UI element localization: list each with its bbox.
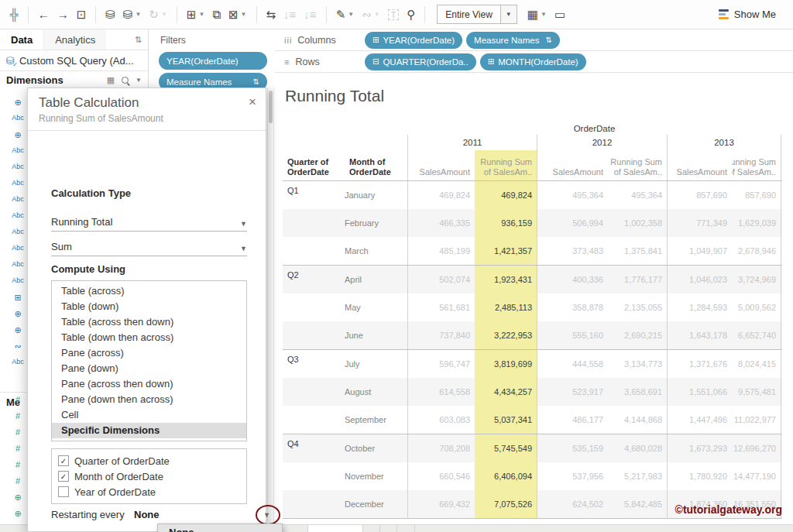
table-row[interactable]: March485,1991,421,357373,4831,375,8411,0… [283, 237, 782, 265]
highlight-icon[interactable]: ✎▼ [336, 8, 355, 22]
abc-icon[interactable]: Abc [8, 228, 28, 235]
abc-icon[interactable]: Abc [8, 146, 28, 154]
pane-sort-icon[interactable]: ⇅ [135, 35, 142, 45]
pane-scrollbar[interactable] [267, 88, 274, 521]
table-row[interactable]: February466,335936,159506,9941,002,35877… [283, 209, 782, 237]
sort-icon[interactable]: ⇅ [539, 36, 551, 44]
search-icon[interactable] [122, 77, 129, 84]
checkbox-checked[interactable]: ✓ [58, 471, 69, 482]
fit-selector[interactable]: Entire View ▼ [437, 5, 517, 24]
swap-rows-columns-icon[interactable]: ⇆ [266, 8, 276, 22]
table-row[interactable]: Q1January469,824469,824495,364495,364857… [283, 181, 782, 209]
sort-icon[interactable]: ⇅ [247, 77, 259, 86]
hash-icon[interactable]: # [8, 411, 28, 420]
compute-option[interactable]: Specific Dimensions [52, 423, 246, 438]
compute-option[interactable]: Table (down then across) [52, 330, 246, 345]
new-worksheet-icon[interactable]: ⊞▼ [187, 8, 205, 22]
close-icon[interactable]: × [249, 94, 256, 110]
columns-pill[interactable]: Measure Names⇅ [466, 32, 560, 49]
hash-icon[interactable]: # [8, 395, 28, 404]
chevron-down-icon[interactable]: ▼ [198, 11, 204, 18]
rows-pill[interactable]: ⊟QUARTER(OrderDa.. [365, 53, 476, 70]
scrollbar-thumb[interactable] [269, 91, 273, 123]
menu-item[interactable]: None [158, 524, 282, 532]
datasource-item[interactable]: ⛁✓ Custom SQL Query (Ad... [0, 50, 148, 70]
save-icon[interactable]: ⊡ [77, 8, 87, 22]
calculation-type-select[interactable]: Running Total ▼ [51, 209, 247, 232]
compute-option[interactable]: Pane (down) [52, 361, 246, 376]
table-row[interactable]: Q3July596,7473,819,699444,5583,134,7731,… [283, 350, 782, 378]
abc-icon[interactable]: Abc [8, 163, 28, 170]
globe-icon[interactable]: ⊕ [8, 509, 28, 519]
table-row[interactable]: August614,5584,434,257523,9173,658,6911,… [283, 378, 782, 406]
dimension-checkbox-group[interactable]: ✓Quarter of OrderDate✓Month of OrderDate… [51, 448, 247, 504]
collapse-minus-icon[interactable]: ⊟ [372, 57, 379, 66]
view-grid-icon[interactable]: ▦ [107, 75, 115, 85]
rows-pill[interactable]: ⊞MONTH(OrderDate) [480, 53, 586, 70]
hash-icon[interactable]: # [8, 427, 28, 437]
duplicate-sheet-icon[interactable]: ⧉ [212, 8, 221, 22]
chevron-down-icon[interactable]: ▼ [348, 11, 354, 18]
abc-icon[interactable]: Abc [8, 114, 28, 122]
group-icon[interactable]: ∾ [8, 342, 28, 352]
chevron-down-icon[interactable]: ▼ [541, 11, 547, 18]
abc-icon[interactable]: Abc [8, 179, 28, 187]
redo-icon[interactable]: → [57, 8, 69, 21]
compute-option[interactable]: Pane (across then down) [52, 376, 246, 392]
table-row[interactable]: September603,0835,037,341486,1774,144,86… [283, 406, 782, 434]
compute-option[interactable]: Pane (down then across) [52, 392, 246, 407]
presentation-mode-icon[interactable]: ▭ [554, 8, 565, 22]
globe-icon[interactable]: ⊕ [8, 98, 28, 108]
compute-option[interactable]: Table (across) [52, 283, 246, 299]
abc-icon[interactable]: Abc [8, 260, 28, 268]
chevron-down-icon[interactable]: ▼ [136, 77, 142, 84]
globe-icon[interactable]: ⊕ [8, 493, 28, 503]
abc-icon[interactable]: Abc [8, 244, 28, 252]
abc-icon[interactable]: Abc [8, 211, 28, 219]
restarting-every-menu[interactable]: NoneQuarter of OrderDate [157, 523, 283, 532]
expand-plus-icon[interactable]: ⊞ [488, 57, 494, 66]
columns-shelf[interactable]: iii Columns ⊞YEAR(OrderDate)Measure Name… [275, 29, 793, 51]
table-row[interactable]: Q2April502,0741,923,431400,3361,776,1771… [283, 266, 782, 293]
tableau-logo-icon[interactable]: ╬ [10, 8, 19, 21]
chevron-down-icon[interactable]: ▼ [241, 11, 247, 18]
fit-selector-value[interactable]: Entire View [438, 9, 499, 20]
columns-pill[interactable]: ⊞YEAR(OrderDate) [365, 32, 462, 49]
filter-pill[interactable]: YEAR(OrderDate) [159, 52, 267, 70]
checkbox-checked[interactable]: ✓ [58, 455, 69, 466]
table-row[interactable]: June737,8403,222,953555,1602,690,2151,64… [283, 321, 782, 349]
aggregation-select[interactable]: Sum ▼ [51, 234, 247, 256]
undo-icon[interactable]: ← [38, 8, 50, 21]
chevron-down-icon[interactable]: ▼ [500, 5, 517, 23]
compute-option[interactable]: Pane (across) [52, 345, 246, 361]
table-row[interactable]: Q4October708,2085,745,549535,1594,680,02… [283, 434, 782, 462]
tab-data[interactable]: Data [0, 34, 43, 46]
restarting-every-value[interactable]: None [134, 509, 160, 520]
compute-option[interactable]: Cell [52, 407, 246, 423]
active-sheet-tab[interactable] [307, 525, 363, 532]
dimension-checkbox-row[interactable]: ✓Month of OrderDate [52, 469, 246, 484]
compute-option[interactable]: Table (down) [52, 299, 246, 314]
tab-analytics[interactable]: Analytics [43, 29, 106, 50]
pause-updates-icon[interactable]: ⛁▼ [123, 8, 142, 22]
abc-icon[interactable]: Abc [8, 276, 28, 284]
clear-sheet-icon[interactable]: ⊠▼ [228, 8, 247, 22]
abc-icon[interactable]: Abc [8, 195, 28, 203]
expand-plus-icon[interactable]: ⊞ [372, 36, 379, 44]
dimension-checkbox-row[interactable]: ✓Quarter of OrderDate [52, 453, 246, 469]
table-row[interactable]: May561,6812,485,113358,8782,135,0551,284… [283, 293, 782, 321]
table-row[interactable]: November660,5466,406,094537,9565,217,983… [283, 462, 782, 490]
fit-panels-icon[interactable]: ▦▼ [527, 8, 547, 22]
crosstab[interactable]: OrderDate201120122013Quarter ofOrderDate… [283, 122, 782, 519]
globe-icon[interactable]: ⊕ [8, 309, 28, 319]
dimension-checkbox-row[interactable]: Year of OrderDate [52, 484, 246, 499]
chevron-down-icon[interactable]: ▼ [240, 245, 247, 252]
checkbox[interactable] [58, 486, 69, 497]
hash-icon[interactable]: # [8, 460, 28, 469]
rows-shelf[interactable]: ≡ Rows ⊟QUARTER(OrderDa..⊞MONTH(OrderDat… [275, 51, 793, 73]
chevron-down-icon[interactable]: ▼ [240, 220, 247, 228]
abc-icon[interactable]: Abc [8, 358, 28, 366]
globe-icon[interactable]: ⊕ [8, 130, 28, 140]
table-calc-icon[interactable]: ⊞ [8, 293, 28, 303]
new-datasource-icon[interactable]: ⛁ [105, 8, 115, 22]
